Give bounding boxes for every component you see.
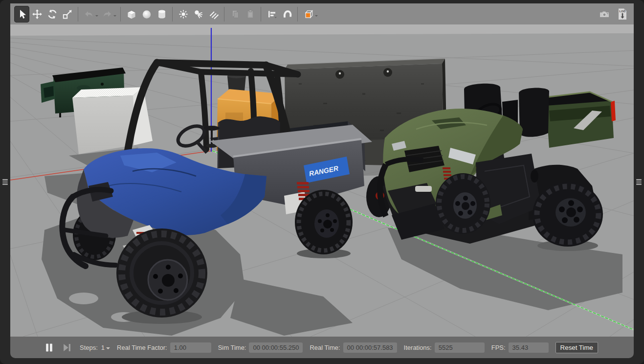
toolbar-separator [172, 7, 173, 22]
toolbar-separator [297, 7, 298, 22]
real-time-label: Real Time: [310, 344, 340, 351]
main-toolbar: LOG [10, 3, 634, 24]
fps-field: 35.43 [509, 342, 549, 353]
steps-spinner-caret[interactable] [106, 347, 110, 351]
cylinder-shape-icon [155, 8, 168, 21]
point-light-icon [178, 8, 189, 20]
sim-time-field: 00 00:00:55.250 [249, 342, 303, 353]
add-sphere-button[interactable] [139, 6, 154, 23]
point-light-button[interactable] [176, 6, 191, 23]
toolbar-separator [120, 7, 121, 22]
steps-value[interactable]: 1 [101, 344, 105, 351]
undo-icon [83, 8, 95, 20]
step-forward-icon [63, 343, 71, 352]
iterations-label: Iterations: [404, 344, 432, 351]
redo-icon [101, 8, 113, 20]
gazebo-window: LOG [0, 0, 644, 364]
rtf-label: Real Time Factor: [117, 344, 167, 351]
data-logger-button[interactable]: LOG [615, 6, 630, 23]
steps-label: Steps: [80, 344, 98, 351]
simulation-statusbar: Steps: 1 Real Time Factor: 1.00 Sim Time… [10, 337, 634, 358]
green-front-wheel [436, 173, 490, 234]
pause-icon [45, 343, 53, 352]
add-cylinder-button[interactable] [154, 6, 169, 23]
redo-button[interactable] [99, 6, 114, 23]
toolbar-right-group: LOG [597, 6, 630, 23]
select-tool-button[interactable] [14, 6, 29, 23]
fps-label: FPS: [491, 344, 506, 351]
box-shape-icon [125, 8, 138, 21]
iterations-field: 5525 [435, 342, 485, 353]
directional-light-icon [208, 8, 220, 20]
spot-light-button[interactable] [191, 6, 206, 23]
scene-canvas: RANGER [10, 24, 634, 337]
real-time-field: 00 00:00:57.583 [343, 342, 397, 353]
green-rear-wheel [533, 182, 603, 247]
rtf-field: 1.00 [170, 342, 211, 353]
pause-button[interactable] [43, 341, 55, 354]
copy-icon [229, 8, 241, 20]
right-panel-splitter[interactable] [636, 177, 642, 187]
undo-button[interactable] [81, 6, 96, 23]
screenshot-button[interactable] [597, 6, 612, 23]
sim-time-label: Sim Time: [218, 344, 246, 351]
reset-time-button[interactable]: Reset Time [555, 342, 598, 353]
view-angle-dropdown-caret[interactable] [315, 15, 318, 18]
undo-dropdown-caret[interactable] [95, 15, 98, 18]
rotate-tool-button[interactable] [44, 6, 60, 23]
paste-button[interactable] [243, 6, 258, 23]
render-viewport[interactable]: RANGER [10, 24, 634, 337]
spot-light-icon [193, 8, 204, 20]
left-panel-splitter[interactable] [2, 177, 8, 187]
toolbar-separator [78, 7, 78, 22]
redo-dropdown-caret[interactable] [113, 15, 116, 18]
translate-tool-button[interactable] [29, 6, 44, 23]
snap-button[interactable] [279, 6, 294, 23]
cursor-arrow-icon [16, 8, 28, 20]
log-icon-label: LOG [619, 9, 625, 12]
view-cube-icon [302, 8, 315, 21]
paste-icon [244, 8, 256, 20]
directional-light-button[interactable] [206, 6, 221, 23]
copy-button[interactable] [227, 6, 243, 23]
blue-front-wheel [116, 228, 207, 318]
magnet-snap-icon [281, 8, 293, 20]
align-button[interactable] [264, 6, 279, 23]
toolbar-separator [261, 7, 261, 22]
view-angle-button[interactable] [301, 6, 316, 23]
toolbar-separator [224, 7, 224, 22]
log-file-icon: LOG [616, 7, 629, 21]
blue-rear-wheel [295, 190, 353, 254]
move-arrows-icon [31, 8, 43, 20]
scale-arrows-icon [62, 8, 73, 20]
scale-tool-button[interactable] [60, 6, 75, 23]
sphere-shape-icon [140, 8, 153, 21]
add-box-button[interactable] [124, 6, 139, 23]
step-button[interactable] [60, 341, 73, 354]
camera-icon [598, 8, 611, 20]
align-icon [266, 8, 278, 20]
rotate-arrows-icon [46, 8, 58, 20]
